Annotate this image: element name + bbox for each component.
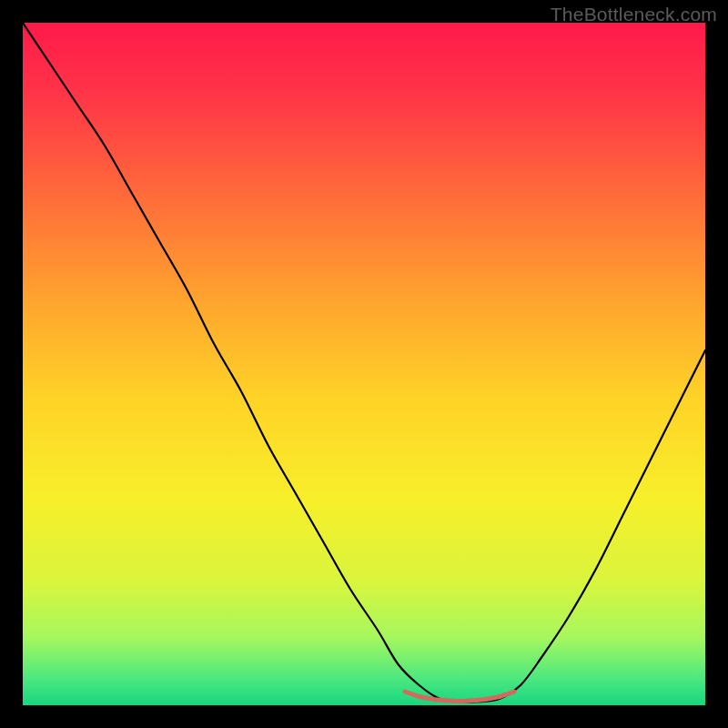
watermark-text: TheBottleneck.com (551, 4, 717, 25)
plot-area (23, 23, 705, 705)
plot-svg (23, 23, 705, 705)
gradient-background (23, 23, 705, 705)
chart-frame: TheBottleneck.com (0, 0, 728, 728)
